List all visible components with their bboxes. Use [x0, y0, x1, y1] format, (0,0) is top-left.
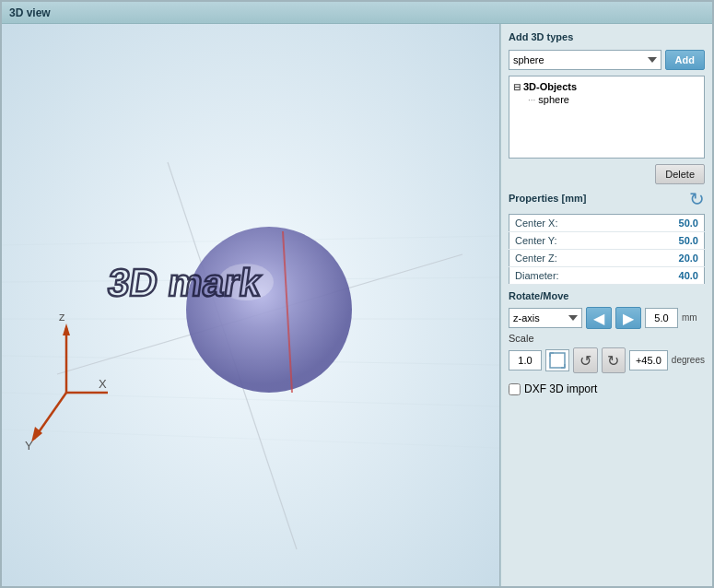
prop-value-1: 50.0 — [636, 232, 704, 250]
rotate-move-label: Rotate/Move — [509, 290, 705, 301]
dxf-label: DXF 3D import — [524, 382, 597, 395]
prop-value-3: 40.0 — [636, 267, 704, 285]
tree-expand-icon[interactable]: ⊟ — [513, 82, 521, 92]
mm-label: mm — [682, 312, 697, 323]
prop-value-0: 50.0 — [636, 215, 704, 232]
dxf-row: DXF 3D import — [509, 382, 705, 395]
viewport-3d: 3D mark X Y z — [2, 24, 500, 586]
add-3d-label: Add 3D types — [509, 31, 705, 42]
svg-rect-21 — [550, 353, 565, 368]
main-window: 3D view — [0, 0, 714, 588]
svg-text:3D mark: 3D mark — [105, 261, 264, 304]
rotate-move-section: Rotate/Move z-axis x-axis y-axis ◀ ▶ mm … — [509, 290, 705, 373]
add-button[interactable]: Add — [665, 50, 705, 70]
dxf-checkbox[interactable] — [509, 383, 521, 395]
degrees-label: degrees — [672, 355, 705, 366]
move-left-button[interactable]: ◀ — [586, 307, 612, 329]
scale-row: Scale — [509, 333, 705, 344]
add-3d-row: sphere cylinder cube cone Add — [509, 50, 705, 70]
prop-label-1: Center Y: — [509, 232, 637, 250]
tree-root-label: 3D-Objects — [523, 81, 577, 92]
svg-text:z: z — [59, 310, 65, 323]
rotate-cw-button[interactable]: ↻ — [602, 347, 626, 373]
properties-label: Properties [mm] — [509, 193, 586, 204]
prop-label-0: Center X: — [509, 215, 637, 232]
title-bar: 3D view — [2, 2, 712, 24]
tree-dots: ··· — [528, 95, 535, 105]
table-row: Diameter: 40.0 — [509, 267, 705, 285]
table-row: Center Z: 20.0 — [509, 250, 705, 267]
prop-label-2: Center Z: — [509, 250, 637, 267]
prop-label-3: Diameter: — [509, 267, 637, 285]
tree-child-label: sphere — [538, 94, 569, 105]
rotate-value-input[interactable] — [629, 350, 668, 370]
refresh-button[interactable]: ↻ — [689, 190, 705, 208]
properties-table: Center X: 50.0 Center Y: 50.0 Center Z: … — [509, 214, 705, 285]
svg-text:X: X — [99, 377, 107, 391]
scale-icon-box[interactable] — [545, 349, 569, 371]
content-area: 3D mark X Y z Add 3D types — [2, 24, 712, 586]
rotate-row2: ↺ ↻ degrees — [509, 347, 705, 373]
table-row: Center Y: 50.0 — [509, 232, 705, 250]
svg-point-9 — [186, 227, 352, 393]
tree-child: ··· sphere — [513, 93, 700, 106]
scale-input[interactable] — [509, 350, 542, 370]
tree-root: ⊟ 3D-Objects — [513, 80, 700, 93]
svg-text:Y: Y — [25, 439, 33, 453]
rotate-ccw-button[interactable]: ↺ — [573, 347, 597, 373]
scale-label: Scale — [509, 333, 534, 344]
properties-header: Properties [mm] ↻ — [509, 190, 705, 208]
type-dropdown[interactable]: sphere cylinder cube cone — [509, 50, 661, 70]
delete-button[interactable]: Delete — [655, 164, 705, 184]
move-right-button[interactable]: ▶ — [615, 307, 641, 329]
axis-dropdown[interactable]: z-axis x-axis y-axis — [509, 308, 582, 328]
viewport-canvas: 3D mark X Y z — [2, 24, 499, 586]
right-panel: Add 3D types sphere cylinder cube cone A… — [500, 24, 712, 586]
object-tree: ⊟ 3D-Objects ··· sphere — [509, 76, 705, 159]
window-title: 3D view — [9, 6, 51, 19]
move-value-input[interactable] — [645, 308, 678, 328]
rotate-row1: z-axis x-axis y-axis ◀ ▶ mm — [509, 307, 705, 329]
prop-value-2: 20.0 — [636, 250, 704, 267]
table-row: Center X: 50.0 — [509, 215, 705, 232]
